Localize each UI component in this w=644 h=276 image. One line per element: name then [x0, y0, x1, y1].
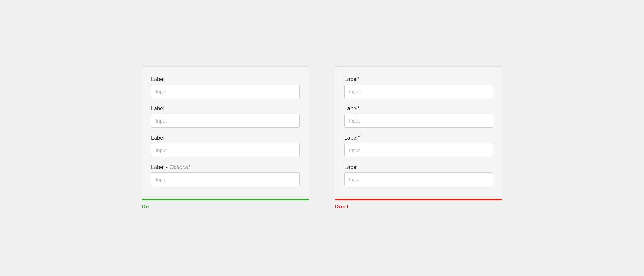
dont-label-2: Label*	[344, 106, 493, 112]
dont-field-3: Label*	[344, 135, 493, 157]
do-input-1[interactable]	[151, 85, 300, 98]
optional-text: Optional	[169, 164, 190, 170]
do-input-2[interactable]	[151, 114, 300, 128]
dont-label-4: Label	[344, 164, 493, 170]
dont-label-3: Label*	[344, 135, 493, 141]
dont-field-4: Label	[344, 164, 493, 186]
do-field-2: Label	[151, 106, 300, 128]
dont-indicator-bar	[335, 199, 502, 200]
dont-input-3[interactable]	[344, 143, 493, 157]
do-field-1: Label	[151, 76, 300, 98]
do-label-4: Label - Optional	[151, 164, 300, 170]
dont-indicator-label: Don't	[335, 204, 349, 210]
do-input-4[interactable]	[151, 172, 300, 186]
dont-field-2: Label*	[344, 106, 493, 128]
page-container: Label Label Label Label - Optional Do La…	[129, 53, 515, 223]
do-example-wrapper: Label Label Label Label - Optional Do	[142, 66, 309, 210]
do-field-4: Label - Optional	[151, 164, 300, 186]
dont-label-1: Label*	[344, 76, 493, 83]
dont-example-wrapper: Label* Label* Label* Label Don't	[335, 66, 502, 210]
dont-field-1: Label*	[344, 76, 493, 98]
dont-input-1[interactable]	[344, 85, 493, 98]
do-form-card: Label Label Label Label - Optional	[142, 66, 309, 196]
do-label-1: Label	[151, 76, 300, 83]
do-indicator-label: Do	[142, 204, 149, 210]
do-label-2: Label	[151, 106, 300, 112]
do-input-3[interactable]	[151, 143, 300, 157]
do-label-3: Label	[151, 135, 300, 141]
dont-form-card: Label* Label* Label* Label	[335, 66, 502, 196]
do-indicator-bar	[142, 199, 309, 200]
dont-input-2[interactable]	[344, 114, 493, 128]
dont-input-4[interactable]	[344, 172, 493, 186]
do-field-3: Label	[151, 135, 300, 157]
